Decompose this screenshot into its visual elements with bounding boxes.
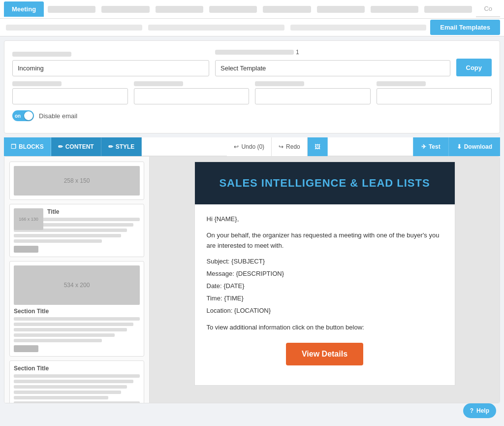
disable-email-toggle[interactable]: on xyxy=(12,110,34,121)
subject-line: Subject: {SUBJECT} xyxy=(207,257,443,267)
top-nav-placeholder-7 xyxy=(371,6,418,13)
text-line xyxy=(14,401,140,403)
redo-label: Redo xyxy=(286,143,300,150)
email-preview-panel: SALES INTELLIGENCE & LEAD LISTS Hi {NAME… xyxy=(150,157,500,403)
small-labels-row xyxy=(12,81,492,86)
toggle-row: on Disable email xyxy=(12,110,492,121)
block-section-content-2: Section Title xyxy=(14,365,140,403)
block-img-166x130: 166 x 130 xyxy=(14,208,43,230)
download-button[interactable]: ⬇ Download xyxy=(448,137,500,156)
template-select[interactable] xyxy=(215,60,450,76)
block-img-534x200: 534 x 200 xyxy=(14,265,140,305)
text-line xyxy=(14,328,127,331)
download-icon: ⬇ xyxy=(457,143,462,150)
top-nav-placeholder-5 xyxy=(263,6,311,13)
redo-icon: ↪ xyxy=(279,143,284,150)
text-line xyxy=(14,396,108,399)
text-line xyxy=(14,339,102,342)
blocks-icon: ❐ xyxy=(11,143,16,150)
text-line xyxy=(14,391,121,394)
help-button[interactable]: ? Help xyxy=(463,403,496,407)
test-label: Test xyxy=(429,143,441,150)
small-input-1[interactable] xyxy=(12,88,128,104)
text-line xyxy=(14,374,140,378)
block-button-placeholder xyxy=(14,246,38,253)
second-nav-item-3[interactable] xyxy=(290,25,427,31)
email-header: SALES INTELLIGENCE & LEAD LISTS xyxy=(195,162,455,204)
image-button[interactable]: 🖼 xyxy=(308,137,328,156)
text-line xyxy=(14,333,115,337)
editor-section: 258 x 150 166 x 130 Title xyxy=(4,156,500,403)
email-body: Hi {NAME}, On your behalf, the organizer… xyxy=(195,204,455,385)
top-nav-placeholder-4 xyxy=(209,6,257,13)
small-input-2[interactable] xyxy=(134,88,250,104)
download-label: Download xyxy=(464,143,492,150)
location-line: Location: {LOCATION} xyxy=(207,306,443,316)
view-details-container: View Details xyxy=(207,343,443,365)
top-nav-placeholder-8 xyxy=(424,6,472,13)
text-line xyxy=(14,239,102,243)
name-input[interactable] xyxy=(12,60,209,76)
text-line xyxy=(14,380,133,383)
undo-button[interactable]: ↩ Undo (0) xyxy=(227,137,272,156)
text-line xyxy=(14,234,121,237)
small-input-4[interactable] xyxy=(377,88,492,104)
copy-button[interactable]: Copy xyxy=(456,59,492,76)
blocks-tab[interactable]: ❐ BLOCKS xyxy=(4,137,51,156)
block-img-258x150: 258 x 150 xyxy=(14,166,140,196)
main-form-area: 1 Copy on Disable e xyxy=(4,40,500,133)
main-inputs-row: Copy xyxy=(12,59,492,76)
text-line xyxy=(14,385,127,389)
top-nav-meeting-tab[interactable]: Meeting xyxy=(4,1,44,17)
second-nav-item-2[interactable] xyxy=(148,25,284,31)
style-label: STYLE xyxy=(116,143,135,150)
block-image-text[interactable]: 166 x 130 Title xyxy=(9,204,144,257)
small-input-3[interactable] xyxy=(255,88,371,104)
sl3 xyxy=(255,81,304,86)
sl1 xyxy=(12,81,62,86)
second-nav-item-1[interactable] xyxy=(6,25,142,31)
toggle-on-label: on xyxy=(15,113,21,119)
image-icon: 🖼 xyxy=(315,143,320,150)
disable-email-label: Disable email xyxy=(39,112,77,120)
sl4 xyxy=(377,81,426,86)
pencil-icon: ✏ xyxy=(58,143,63,150)
redo-button[interactable]: ↪ Redo xyxy=(272,137,308,156)
template-label-placeholder xyxy=(215,50,294,55)
block-hero-image[interactable]: 534 x 200 Section Title xyxy=(9,261,144,357)
undo-label: Undo (0) xyxy=(241,143,264,150)
block-large-image[interactable]: 258 x 150 xyxy=(9,162,144,200)
blocks-panel: 258 x 150 166 x 130 Title xyxy=(4,157,150,403)
section-title-1: Section Title xyxy=(14,308,140,315)
text-line xyxy=(14,317,140,321)
top-nav-placeholder-1 xyxy=(48,6,95,13)
top-nav-placeholder-6 xyxy=(317,6,365,13)
block-text-only[interactable]: Section Title xyxy=(9,360,144,403)
top-nav: Meeting Co xyxy=(0,0,504,19)
content-tab[interactable]: ✏ CONTENT xyxy=(51,137,101,156)
email-preview: SALES INTELLIGENCE & LEAD LISTS Hi {NAME… xyxy=(194,162,455,386)
block-section-content: Section Title xyxy=(14,308,140,352)
email-fields: Subject: {SUBJECT} Message: {DESCRIPTION… xyxy=(207,257,443,316)
section-title-2: Section Title xyxy=(14,365,140,372)
view-details-button[interactable]: View Details xyxy=(286,343,363,365)
paper-plane-icon: ✈ xyxy=(421,143,426,150)
template-count: 1 xyxy=(296,49,299,56)
message-line: Message: {DESCRIPTION} xyxy=(207,269,443,279)
email-info-text: To view additional information click on … xyxy=(207,323,443,333)
email-greeting: Hi {NAME}, xyxy=(207,214,443,225)
small-inputs-row xyxy=(12,88,492,104)
text-line xyxy=(14,323,133,326)
test-button[interactable]: ✈ Test xyxy=(413,137,448,156)
undo-icon: ↩ xyxy=(234,143,239,150)
sl2 xyxy=(134,81,183,86)
brush-icon: ✏ xyxy=(108,143,113,150)
email-templates-tab[interactable]: Email Templates xyxy=(430,20,500,35)
section-button xyxy=(14,345,38,352)
date-line: Date: {DATE} xyxy=(207,281,443,292)
content-label: CONTENT xyxy=(65,143,94,150)
style-tab[interactable]: ✏ STYLE xyxy=(101,137,142,156)
top-nav-co-tab[interactable]: Co xyxy=(476,1,500,17)
second-nav: Email Templates xyxy=(0,19,504,36)
email-body-text: On your behalf, the organizer has reques… xyxy=(207,230,443,251)
